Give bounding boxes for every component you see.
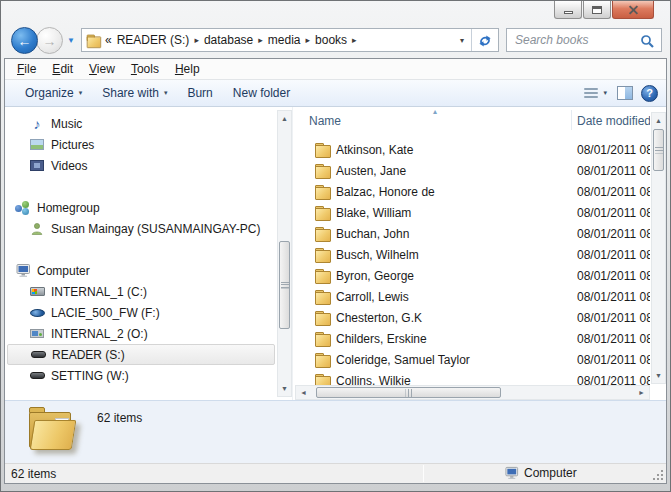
breadcrumb-item-database[interactable]: database: [201, 33, 256, 47]
sidebar-item-music[interactable]: ♪ Music: [5, 113, 277, 134]
address-bar[interactable]: « READER (S:) ▸ database ▸ media ▸ books…: [81, 28, 499, 52]
file-list: Atkinson, Kate08/01/2011 08 Austen, Jane…: [293, 133, 650, 385]
horizontal-scroll-thumb[interactable]: [316, 387, 501, 398]
sidebar-item-pictures[interactable]: Pictures: [5, 134, 277, 155]
chevron-down-icon: ▾: [164, 89, 168, 97]
breadcrumb-separator-icon[interactable]: ▸: [304, 35, 313, 45]
preview-pane-button[interactable]: [617, 86, 633, 100]
breadcrumb-item-books[interactable]: books: [312, 33, 350, 47]
minimize-button[interactable]: [554, 1, 582, 19]
folder-icon: [315, 164, 330, 177]
scroll-up-icon[interactable]: ▲: [652, 113, 665, 128]
file-row[interactable]: Byron, George08/01/2011 08: [293, 265, 650, 286]
refresh-button[interactable]: [471, 29, 496, 51]
burn-button[interactable]: Burn: [177, 82, 222, 104]
folder-icon: [315, 143, 330, 156]
breadcrumb-separator-icon[interactable]: ▸: [350, 35, 359, 45]
file-list-scroll-thumb[interactable]: [653, 129, 664, 171]
file-list-area: ▴ Name Date modified Atkinson, Kate08/01…: [293, 107, 666, 400]
refresh-icon: [478, 34, 492, 48]
command-bar: Organize▾ Share with▾ Burn New folder ▾ …: [5, 80, 666, 107]
sidebar-item-drive-s-selected[interactable]: READER (S:): [7, 344, 275, 365]
sidebar-item-drive-c[interactable]: INTERNAL_1 (C:): [5, 281, 277, 302]
column-header-name[interactable]: Name: [309, 114, 341, 128]
change-view-button[interactable]: ▾: [582, 84, 609, 102]
file-row[interactable]: Chesterton, G.K08/01/2011 08: [293, 307, 650, 328]
breadcrumb-overflow[interactable]: «: [101, 33, 114, 47]
sort-ascending-icon: ▴: [433, 107, 437, 116]
navpane-scrollbar[interactable]: ▲ ▼: [277, 110, 292, 397]
file-row[interactable]: Carroll, Lewis08/01/2011 08: [293, 286, 650, 307]
music-icon: ♪: [34, 117, 41, 131]
organize-button[interactable]: Organize▾: [15, 82, 92, 104]
chevron-down-icon: ▾: [603, 89, 607, 97]
address-dropdown-button[interactable]: ▾: [453, 36, 471, 45]
folder-icon: [315, 206, 330, 219]
new-folder-button[interactable]: New folder: [223, 82, 300, 104]
menu-tools[interactable]: Tools: [123, 62, 167, 76]
back-button[interactable]: ←: [11, 27, 38, 54]
user-icon: [29, 221, 45, 237]
folder-icon: [315, 374, 330, 385]
breadcrumb-item-reader[interactable]: READER (S:): [114, 33, 193, 47]
sidebar-item-drive-w[interactable]: SETTING (W:): [5, 365, 277, 386]
details-summary: 62 items: [97, 411, 142, 425]
scroll-down-icon[interactable]: ▼: [652, 368, 665, 383]
help-button[interactable]: ?: [641, 85, 658, 102]
minimize-icon: [564, 11, 573, 14]
file-row[interactable]: Busch, Wilhelm08/01/2011 08: [293, 244, 650, 265]
close-button[interactable]: [612, 1, 654, 19]
scroll-left-icon[interactable]: ◄: [296, 386, 311, 399]
column-separator[interactable]: [571, 110, 572, 130]
file-row[interactable]: Coleridge, Samuel Taylor08/01/2011 08: [293, 349, 650, 370]
menu-edit[interactable]: Edit: [44, 62, 81, 76]
folder-icon: [315, 185, 330, 198]
file-row[interactable]: Austen, Jane08/01/2011 08: [293, 160, 650, 181]
folder-icon: [315, 269, 330, 282]
breadcrumb-separator-icon[interactable]: ▸: [192, 35, 201, 45]
file-row[interactable]: Collins, Wilkie08/01/2011 08: [293, 370, 650, 385]
details-pane: 62 items: [5, 400, 666, 463]
file-row[interactable]: Balzac, Honore de08/01/2011 08: [293, 181, 650, 202]
sidebar-item-drive-f[interactable]: LACIE_500_FW (F:): [5, 302, 277, 323]
maximize-button[interactable]: [583, 1, 611, 19]
share-with-button[interactable]: Share with▾: [92, 82, 177, 104]
chevron-down-icon: ▾: [79, 89, 83, 97]
column-headers: ▴ Name Date modified: [293, 107, 650, 133]
scroll-right-icon[interactable]: ►: [634, 386, 649, 399]
file-row[interactable]: Atkinson, Kate08/01/2011 08: [293, 139, 650, 160]
breadcrumb-item-media[interactable]: media: [265, 33, 304, 47]
status-location: Computer: [505, 466, 577, 480]
scroll-up-icon[interactable]: ▲: [278, 111, 291, 126]
file-row[interactable]: Buchan, John08/01/2011 08: [293, 223, 650, 244]
search-icon[interactable]: [640, 32, 661, 49]
list-view-icon: [584, 88, 598, 98]
column-header-date-modified[interactable]: Date modified: [577, 114, 650, 128]
status-item-count: 62 items: [11, 467, 56, 481]
maximize-icon: [592, 6, 602, 14]
menu-view[interactable]: View: [81, 62, 123, 76]
menu-help[interactable]: Help: [167, 62, 208, 76]
file-row[interactable]: Childers, Erskine08/01/2011 08: [293, 328, 650, 349]
file-list-vertical-scrollbar[interactable]: ▲ ▼: [651, 112, 666, 384]
computer-icon: [505, 466, 519, 480]
videos-icon: [30, 160, 44, 171]
scroll-down-icon[interactable]: ▼: [278, 381, 291, 396]
file-row[interactable]: Blake, William08/01/2011 08: [293, 202, 650, 223]
resize-grip[interactable]: [651, 468, 664, 481]
sidebar-item-videos[interactable]: Videos: [5, 155, 277, 176]
navigation-bar: ← → ▼ « READER (S:) ▸ database ▸ media ▸…: [1, 25, 670, 58]
forward-button[interactable]: →: [36, 27, 63, 54]
file-list-horizontal-scrollbar[interactable]: ◄ ►: [295, 385, 650, 400]
sidebar-item-drive-o[interactable]: INTERNAL_2 (O:): [5, 323, 277, 344]
navpane-scroll-thumb[interactable]: [279, 241, 290, 329]
sidebar-item-homegroup-member[interactable]: Susan Maingay (SUSANMAINGAY-PC): [5, 218, 277, 239]
explorer-window: ← → ▼ « READER (S:) ▸ database ▸ media ▸…: [0, 0, 671, 492]
search-input[interactable]: [507, 29, 640, 51]
sidebar-item-computer[interactable]: Computer: [5, 260, 277, 281]
sidebar-item-homegroup[interactable]: Homegroup: [5, 197, 277, 218]
menu-file[interactable]: File: [9, 62, 44, 76]
history-dropdown-button[interactable]: ▼: [67, 36, 75, 45]
breadcrumb-separator-icon[interactable]: ▸: [256, 35, 265, 45]
window-controls: [553, 1, 654, 19]
